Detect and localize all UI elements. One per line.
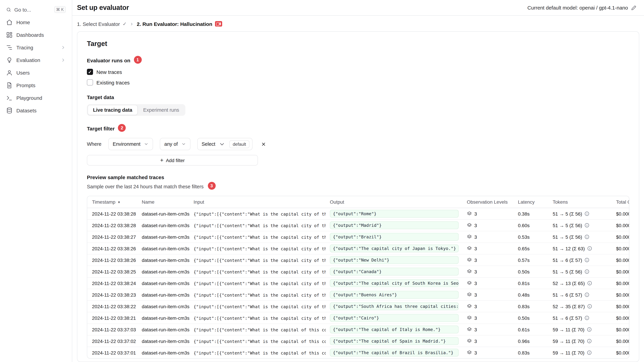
table-row[interactable]: 2024-11-22 03:37:01dataset-run-item-cm3s… xyxy=(87,347,629,358)
hallucination-emoji xyxy=(215,21,222,26)
cell-total-cost: $0.00046 xyxy=(612,335,629,347)
filter-operator-value: any of xyxy=(164,141,178,147)
filter-value-select[interactable]: Select default xyxy=(197,138,252,150)
table-row[interactable]: 2024-11-22 03:38:26dataset-run-item-cm3s… xyxy=(87,254,629,266)
column-total-cost[interactable]: Total Cost xyxy=(612,196,629,208)
target-data-tabs: Live tracing data Experiment runs xyxy=(87,104,185,116)
cell-latency: 0.65s xyxy=(514,243,548,254)
cell-output: {"output":"Brazil"} xyxy=(326,231,463,243)
check-icon: ✓ xyxy=(123,21,126,26)
table-row[interactable]: 2024-11-22 03:38:28dataset-run-item-cm3s… xyxy=(87,220,629,231)
checkbox-icon[interactable] xyxy=(87,79,93,85)
checkbox-icon[interactable] xyxy=(87,69,93,75)
checkbox-new-traces[interactable]: New traces xyxy=(87,69,629,75)
sidebar-item-users[interactable]: Users xyxy=(4,67,68,79)
sidebar-item-prompts[interactable]: Prompts xyxy=(4,79,68,91)
cell-timestamp: 2024-11-22 03:38:27 xyxy=(87,231,138,243)
filter-operator-select[interactable]: any of xyxy=(160,138,190,150)
cell-latency: 0.83s xyxy=(514,347,548,358)
add-filter-button[interactable]: + Add filter xyxy=(87,155,258,165)
edit-pencil-icon[interactable] xyxy=(631,5,636,10)
tab-experiment-runs[interactable]: Experiment runs xyxy=(138,105,184,115)
cell-timestamp: 2024-11-22 03:38:22 xyxy=(87,301,138,312)
sidebar-item-label: Tracing xyxy=(16,45,57,50)
info-icon xyxy=(587,304,592,309)
cell-input: {"input":[{"content":"What is the capita… xyxy=(190,231,326,243)
observation-levels-icon xyxy=(467,223,472,228)
cell-tokens: 51 → 12 (Σ 63) xyxy=(548,243,612,254)
column-input[interactable]: Input xyxy=(190,196,326,208)
column-latency[interactable]: Latency xyxy=(514,196,548,208)
cell-observation-levels: 3 xyxy=(463,347,514,358)
cell-input: {"input":[{"content":"What is the capita… xyxy=(190,312,326,324)
main-area: Set up evaluator Current default model: … xyxy=(72,0,644,362)
filter-value-placeholder[interactable]: Select xyxy=(198,138,229,150)
info-icon xyxy=(587,350,592,355)
table-row[interactable]: 2024-11-22 03:38:22dataset-run-item-cm3s… xyxy=(87,301,629,312)
sidebar-item-playground[interactable]: Playground xyxy=(4,92,68,104)
cell-name: dataset-run-item-cm3s4 xyxy=(138,312,190,324)
table-row[interactable]: 2024-11-22 03:38:21dataset-run-item-cm3s… xyxy=(87,312,629,324)
table-row[interactable]: 2024-11-22 03:38:26dataset-run-item-cm3s… xyxy=(87,243,629,254)
column-output[interactable]: Output xyxy=(326,196,463,208)
cell-timestamp: 2024-11-22 03:37:01 xyxy=(87,347,138,358)
page-title: Set up evaluator xyxy=(77,4,129,11)
goto-button[interactable]: Go to... ⌘ K xyxy=(4,3,68,16)
table-row[interactable]: 2024-11-22 03:38:24dataset-run-item-cm3s… xyxy=(87,277,629,289)
step-select-evaluator[interactable]: 1. Select Evaluator ✓ xyxy=(77,21,126,27)
cell-total-cost: $0.000011 xyxy=(612,289,629,301)
table-row[interactable]: 2024-11-22 03:38:27dataset-run-item-cm3s… xyxy=(87,231,629,243)
sidebar-item-dashboards[interactable]: Dashboards xyxy=(4,29,68,41)
cell-output: {"output":"The capital of Spain is Madri… xyxy=(326,335,463,347)
cell-name: dataset-run-item-cm3s4 xyxy=(138,231,190,243)
step-badge-2: 2 xyxy=(118,124,126,132)
evaluation-icon xyxy=(6,57,12,63)
info-icon xyxy=(584,258,590,263)
table-row[interactable]: 2024-11-22 03:37:02dataset-run-item-cm3s… xyxy=(87,335,629,347)
table-row[interactable]: 2024-11-22 03:38:23dataset-run-item-cm3s… xyxy=(87,289,629,301)
column-name[interactable]: Name xyxy=(138,196,190,208)
step-2-label: 2. Run Evaluator: Hallucination xyxy=(137,21,212,27)
tab-live-tracing-data[interactable]: Live tracing data xyxy=(88,105,138,115)
sidebar-item-home[interactable]: Home xyxy=(4,16,68,28)
table-row[interactable]: 2024-11-22 03:37:03dataset-run-item-cm3s… xyxy=(87,324,629,335)
close-icon xyxy=(261,141,266,147)
table-row[interactable]: 2024-11-22 03:38:25dataset-run-item-cm3s… xyxy=(87,266,629,277)
sidebar-item-datasets[interactable]: Datasets xyxy=(4,104,68,116)
checkbox-label: Existing traces xyxy=(96,79,130,85)
step-run-evaluator[interactable]: 2. Run Evaluator: Hallucination xyxy=(137,21,222,27)
observation-levels-icon xyxy=(467,246,472,251)
observation-levels-icon xyxy=(467,258,472,263)
sidebar-item-label: Prompts xyxy=(16,82,66,88)
cell-latency: 0.60s xyxy=(514,220,548,231)
cell-observation-levels: 3 xyxy=(463,266,514,277)
cell-tokens: 51 → 6 (Σ 57) xyxy=(548,289,612,301)
dashboards-icon xyxy=(6,32,12,38)
checkbox-existing-traces[interactable]: Existing traces xyxy=(87,79,629,85)
cell-tokens: 51 → 5 (Σ 56) xyxy=(548,208,612,220)
goto-shortcut: ⌘ K xyxy=(54,6,66,13)
home-icon xyxy=(6,19,12,25)
column-observation-levels[interactable]: Observation Levels xyxy=(463,196,514,208)
table-row[interactable]: 2024-11-22 03:38:28dataset-run-item-cm3s… xyxy=(87,208,629,220)
cell-input: {"input":[{"content":"What is the capita… xyxy=(190,335,326,347)
column-timestamp[interactable]: Timestamp▼ xyxy=(87,196,138,208)
search-icon xyxy=(6,7,11,12)
sidebar-item-tracing[interactable]: Tracing xyxy=(4,41,68,53)
cell-tokens: 52 → 35 (Σ 87) xyxy=(548,301,612,312)
sidebar-item-evaluation[interactable]: Evaluation xyxy=(4,54,68,66)
sort-desc-icon: ▼ xyxy=(118,201,120,204)
breadcrumb-separator-icon: › xyxy=(131,20,132,27)
cell-observation-levels: 3 xyxy=(463,243,514,254)
cell-observation-levels: 3 xyxy=(463,277,514,289)
column-tokens[interactable]: Tokens xyxy=(548,196,612,208)
remove-filter-button[interactable] xyxy=(259,140,268,148)
cell-tokens: 59 → 11 (Σ 70) xyxy=(548,335,612,347)
playground-icon xyxy=(6,95,12,101)
observation-levels-icon xyxy=(467,234,472,239)
filter-column-select[interactable]: Environment xyxy=(108,138,153,150)
goto-label: Go to... xyxy=(14,7,51,12)
cell-latency: 0.48s xyxy=(514,289,548,301)
cell-observation-levels: 3 xyxy=(463,231,514,243)
cell-latency: 0.50s xyxy=(514,312,548,324)
